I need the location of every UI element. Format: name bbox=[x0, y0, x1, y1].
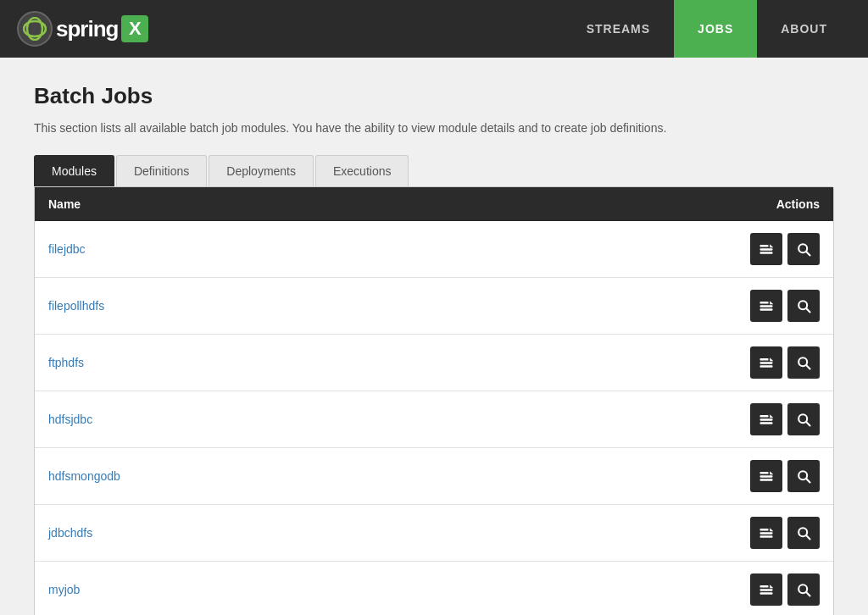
svg-rect-4 bbox=[760, 245, 769, 247]
tab-modules[interactable]: Modules bbox=[34, 155, 114, 186]
svg-rect-3 bbox=[760, 248, 773, 251]
create-definition-button[interactable] bbox=[750, 517, 782, 549]
row-actions bbox=[750, 290, 820, 322]
row-name[interactable]: myjob bbox=[48, 583, 80, 596]
view-details-button[interactable] bbox=[787, 573, 820, 606]
svg-rect-20 bbox=[760, 422, 773, 424]
svg-rect-9 bbox=[760, 305, 773, 308]
page-title: Batch Jobs bbox=[34, 83, 834, 109]
logo-area: spring X bbox=[17, 11, 148, 47]
row-actions bbox=[750, 460, 820, 492]
svg-rect-2 bbox=[760, 252, 773, 254]
table-row: hdfsmongodb bbox=[35, 448, 833, 505]
create-definition-button[interactable] bbox=[750, 573, 782, 606]
row-name[interactable]: filejdbc bbox=[48, 242, 86, 256]
create-definition-button[interactable] bbox=[750, 290, 782, 322]
table-row: myjob bbox=[35, 562, 833, 615]
view-details-button[interactable] bbox=[787, 460, 820, 492]
page-description: This section lists all available batch j… bbox=[34, 121, 834, 135]
row-name[interactable]: hdfsjdbc bbox=[48, 413, 92, 426]
svg-marker-29 bbox=[770, 471, 773, 474]
create-definition-button[interactable] bbox=[750, 403, 782, 435]
svg-rect-10 bbox=[760, 302, 769, 304]
table-row: hdfsjdbc bbox=[35, 391, 833, 448]
logo-icon bbox=[17, 11, 53, 47]
row-actions bbox=[750, 573, 820, 606]
create-definition-button[interactable] bbox=[750, 346, 782, 379]
svg-marker-17 bbox=[770, 357, 773, 361]
svg-rect-40 bbox=[760, 585, 769, 588]
row-name[interactable]: ftphdfs bbox=[48, 356, 84, 369]
svg-marker-5 bbox=[770, 244, 773, 247]
column-actions-header: Actions bbox=[776, 197, 820, 211]
table-row: jdbchdfs bbox=[35, 505, 833, 562]
svg-rect-22 bbox=[760, 415, 769, 418]
svg-rect-38 bbox=[760, 592, 773, 595]
svg-rect-8 bbox=[760, 308, 773, 311]
svg-rect-34 bbox=[760, 529, 769, 531]
svg-rect-15 bbox=[760, 362, 773, 364]
svg-rect-32 bbox=[760, 535, 773, 538]
create-definition-button[interactable] bbox=[750, 233, 782, 265]
svg-line-37 bbox=[806, 535, 810, 539]
svg-rect-27 bbox=[760, 475, 773, 478]
svg-line-43 bbox=[806, 592, 810, 596]
svg-rect-26 bbox=[760, 479, 773, 481]
svg-marker-35 bbox=[770, 528, 773, 531]
logo-text: spring bbox=[56, 16, 118, 42]
table-body: filejdbc filepollhdfs bbox=[35, 221, 833, 615]
view-details-button[interactable] bbox=[787, 290, 820, 322]
view-details-button[interactable] bbox=[787, 233, 820, 265]
svg-rect-21 bbox=[760, 418, 773, 421]
row-actions bbox=[750, 346, 820, 379]
svg-line-13 bbox=[806, 308, 810, 312]
nav-item-about[interactable]: ABOUT bbox=[757, 0, 851, 58]
svg-line-31 bbox=[806, 479, 810, 482]
view-details-button[interactable] bbox=[787, 346, 820, 379]
svg-marker-41 bbox=[770, 585, 773, 588]
row-actions bbox=[750, 517, 820, 549]
table-row: filejdbc bbox=[35, 221, 833, 278]
row-actions bbox=[750, 403, 820, 435]
table-header: Name Actions bbox=[35, 187, 833, 221]
svg-rect-14 bbox=[760, 365, 773, 368]
svg-marker-23 bbox=[770, 414, 773, 418]
table-row: filepollhdfs bbox=[35, 278, 833, 335]
tab-executions[interactable]: Executions bbox=[315, 155, 409, 186]
svg-line-19 bbox=[806, 365, 810, 368]
svg-rect-33 bbox=[760, 532, 773, 535]
header: spring X STREAMS JOBS ABOUT bbox=[0, 0, 868, 58]
nav-item-streams[interactable]: STREAMS bbox=[563, 0, 674, 58]
svg-rect-16 bbox=[760, 358, 769, 361]
row-actions bbox=[750, 233, 820, 265]
create-definition-button[interactable] bbox=[750, 460, 782, 492]
svg-rect-39 bbox=[760, 589, 773, 591]
logo-x: X bbox=[121, 15, 148, 42]
modules-table: Name Actions filejdbc filep bbox=[34, 186, 834, 615]
svg-marker-11 bbox=[770, 301, 773, 304]
main-nav: STREAMS JOBS ABOUT bbox=[563, 0, 851, 58]
svg-line-25 bbox=[806, 422, 810, 425]
tab-deployments[interactable]: Deployments bbox=[209, 155, 314, 186]
view-details-button[interactable] bbox=[787, 517, 820, 549]
tab-definitions[interactable]: Definitions bbox=[116, 155, 207, 186]
nav-item-jobs[interactable]: JOBS bbox=[674, 0, 757, 58]
main-content: Batch Jobs This section lists all availa… bbox=[0, 58, 868, 615]
row-name[interactable]: filepollhdfs bbox=[48, 299, 104, 313]
svg-line-7 bbox=[806, 252, 810, 255]
tab-bar: Modules Definitions Deployments Executio… bbox=[34, 155, 834, 186]
view-details-button[interactable] bbox=[787, 403, 820, 435]
table-row: ftphdfs bbox=[35, 335, 833, 391]
row-name[interactable]: jdbchdfs bbox=[48, 526, 92, 540]
row-name[interactable]: hdfsmongodb bbox=[48, 469, 120, 483]
column-name-header: Name bbox=[48, 197, 81, 211]
svg-rect-28 bbox=[760, 472, 769, 474]
